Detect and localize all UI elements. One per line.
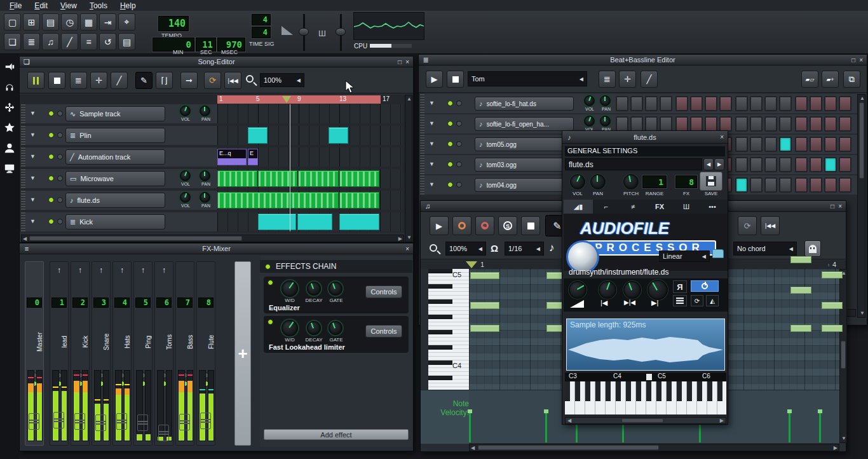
zoom-combo[interactable]: 100%◀ <box>445 242 486 256</box>
step-cell[interactable] <box>690 96 703 111</box>
song-hscrollbar[interactable]: ◀ ▶ <box>21 235 404 242</box>
continue-button[interactable] <box>691 280 719 292</box>
pattern-clip[interactable] <box>298 170 339 187</box>
step-cell[interactable] <box>810 116 822 132</box>
step-cell[interactable] <box>764 137 777 152</box>
track-pan-knob[interactable] <box>600 116 611 127</box>
fx-channel-display[interactable]: 8 <box>675 175 697 188</box>
play-button[interactable]: ▶ <box>426 71 443 88</box>
track-pan-knob[interactable] <box>200 192 210 203</box>
step-cell[interactable] <box>675 116 688 132</box>
step-cell[interactable] <box>705 116 717 132</box>
send-arrow-icon[interactable]: ↑ <box>134 266 152 275</box>
step-cell[interactable] <box>824 177 837 193</box>
maximize-icon[interactable]: □ <box>831 203 834 210</box>
step-cell[interactable] <box>630 96 643 111</box>
track-name-button[interactable]: ♪tom04.ogg <box>475 178 574 192</box>
step-cell[interactable] <box>764 177 777 193</box>
step-cell[interactable] <box>839 177 851 193</box>
track-solo-led[interactable] <box>57 175 63 181</box>
back-to-start-button[interactable]: |◀◀ <box>224 72 241 89</box>
loop-button[interactable]: ⟳ <box>204 72 221 89</box>
save-preset-button[interactable] <box>700 172 722 191</box>
send-arrow-icon[interactable]: ↑ <box>50 266 68 275</box>
track-grip[interactable] <box>420 114 424 134</box>
loopback-knob[interactable] <box>648 280 668 300</box>
track-grip[interactable] <box>420 135 424 154</box>
step-cell[interactable] <box>645 96 658 111</box>
step-cell[interactable] <box>675 96 688 111</box>
track-expand-icon[interactable]: ▼ <box>30 218 36 224</box>
pr-hscrollbar[interactable]: ◀ ▶ <box>469 444 839 451</box>
close-icon[interactable]: × <box>838 203 842 210</box>
track-grip[interactable] <box>21 126 25 145</box>
velocity-bar[interactable] <box>545 413 547 442</box>
track-expand-icon[interactable]: ▼ <box>429 120 435 127</box>
track-expand-icon[interactable]: ▼ <box>429 100 435 106</box>
track-expand-icon[interactable]: ▼ <box>30 110 36 116</box>
gate-knob[interactable] <box>329 282 342 296</box>
close-icon[interactable]: × <box>720 134 724 140</box>
step-cell[interactable] <box>824 157 837 172</box>
back-to-start-button[interactable]: |◀◀ <box>761 216 780 235</box>
track-grip[interactable] <box>21 147 25 167</box>
track-name-button[interactable]: ♪softie_lo-fi_open_ha... <box>475 117 574 131</box>
track-name-button[interactable]: ♪softie_lo-fi_hat.ds <box>475 97 574 111</box>
sample-path[interactable]: drumsynth/instrument/flute.ds <box>569 268 724 278</box>
maximize-icon[interactable]: □ <box>398 58 402 65</box>
step-cell[interactable] <box>660 116 672 132</box>
song-vscrollbar[interactable]: ▲ ▼ <box>405 95 412 242</box>
track-pan-knob[interactable] <box>600 95 611 106</box>
close-icon[interactable]: × <box>859 57 863 64</box>
tempo-display[interactable]: 140 <box>158 16 189 31</box>
pattern-clip[interactable] <box>258 170 297 187</box>
pan-knob[interactable] <box>590 174 606 189</box>
step-cell[interactable] <box>645 116 658 132</box>
track-mute-led[interactable] <box>48 197 54 203</box>
reverse-button[interactable]: Я <box>673 280 687 293</box>
track-mute-led[interactable] <box>447 100 453 106</box>
step-cell[interactable] <box>735 137 748 152</box>
menu-file[interactable]: File <box>4 1 27 11</box>
amp-knob[interactable] <box>569 281 587 299</box>
step-cell[interactable] <box>764 96 777 111</box>
track-name-button[interactable]: ╱Automation track <box>65 149 165 165</box>
maximize-icon[interactable]: □ <box>851 57 855 64</box>
step-cell[interactable] <box>750 157 763 172</box>
pause-button[interactable] <box>27 72 44 89</box>
step-cell[interactable] <box>750 116 763 132</box>
channel-fader[interactable] <box>179 414 190 430</box>
song-editor-titlebar[interactable]: ❏ Song-Editor □× <box>20 57 413 67</box>
channel-fader[interactable] <box>200 413 211 429</box>
bb-editor-titlebar[interactable]: ≣ Beat+Bassline Editor □× <box>419 55 867 65</box>
step-cell[interactable] <box>690 116 703 132</box>
menu-help[interactable]: Help <box>114 1 142 11</box>
pattern-clip[interactable] <box>297 214 332 230</box>
whats-this-button[interactable]: ⌖ <box>118 13 135 31</box>
track-solo-led[interactable] <box>456 100 462 106</box>
close-icon[interactable]: × <box>405 245 409 252</box>
pattern-clip[interactable] <box>339 214 379 230</box>
gate-knob[interactable] <box>329 321 342 335</box>
track-volume-knob[interactable] <box>180 192 191 203</box>
step-cell[interactable] <box>660 96 672 111</box>
step-cell[interactable] <box>750 137 763 152</box>
loop-button[interactable]: ⟳ <box>738 216 757 235</box>
tab-plugin[interactable]: ◢▮ <box>564 200 593 214</box>
track-grip[interactable] <box>420 94 424 113</box>
effect-enable-led[interactable] <box>268 280 273 285</box>
timesig-numerator[interactable]: 4 <box>252 14 271 25</box>
step-cell[interactable] <box>810 137 822 152</box>
interpolation-combo[interactable]: Linear◀ <box>659 250 710 262</box>
track-name-button[interactable]: ♪flute.ds <box>65 193 165 208</box>
track-mute-led[interactable] <box>447 121 453 127</box>
velocity-bar[interactable] <box>819 413 821 442</box>
step-cell[interactable] <box>795 96 808 111</box>
step-cell[interactable] <box>735 116 748 132</box>
step-cell[interactable] <box>719 116 732 132</box>
step-record-button[interactable]: S <box>498 216 517 235</box>
effect-item[interactable]: W/DDECAYGATEControlsEqualizer <box>264 277 409 313</box>
step-cell[interactable] <box>824 116 837 132</box>
export-project-button[interactable]: ⇥ <box>99 13 116 31</box>
open-recent-button[interactable]: ◷ <box>61 13 78 31</box>
